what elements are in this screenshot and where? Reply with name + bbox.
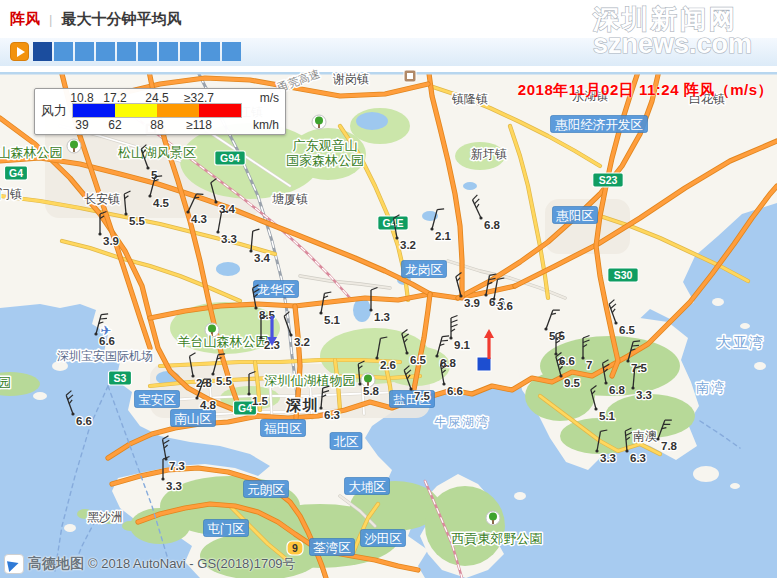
station-dot xyxy=(259,336,262,339)
frame-square-7[interactable] xyxy=(159,42,178,61)
wind-value: 1.5 xyxy=(252,395,269,407)
island xyxy=(693,466,719,482)
frame-square-1[interactable] xyxy=(33,42,52,61)
legend-segment-4 xyxy=(199,104,241,117)
station-dot xyxy=(449,336,452,339)
legend-kmh-row: 396288≥118km/h xyxy=(73,118,279,130)
station-dot xyxy=(214,200,217,203)
wind-map[interactable]: 山森林公园松山湖风景区广东观音山国家森林公园羊台山森林公园深圳仙湖植物园西貢東郊… xyxy=(0,66,777,578)
animation-player xyxy=(0,38,777,67)
wind-value: 6.6 xyxy=(447,385,463,397)
park-label: 山森林公园 xyxy=(0,145,63,160)
road-shield: G4 xyxy=(5,166,28,180)
station-dot xyxy=(559,374,562,377)
station-dot xyxy=(247,392,250,395)
ferry-road xyxy=(700,421,740,448)
frame-square-2[interactable] xyxy=(54,42,73,61)
tree-icon-trunk xyxy=(492,520,494,524)
weather-wind-map-app: 阵风 | 最大十分钟平均风 深圳新闻网 sznews.com 山森林公园松山湖风… xyxy=(0,0,777,578)
frame-square-3[interactable] xyxy=(75,42,94,61)
legend-ms-row: 10.817.224.5≥32.7m/s xyxy=(73,91,279,103)
barb-tick xyxy=(65,391,72,396)
frame-square-6[interactable] xyxy=(138,42,157,61)
legend-kmh-value: 88 xyxy=(150,118,163,132)
station-dot xyxy=(581,356,584,359)
town-label: 谢岗镇 xyxy=(333,72,369,86)
district-badge-text: 宝安区 xyxy=(138,393,176,407)
district-badge: 宝安区 xyxy=(135,391,180,408)
station-dot xyxy=(319,406,322,409)
island xyxy=(33,392,47,400)
station-dot xyxy=(395,236,398,239)
station-dot xyxy=(604,381,607,384)
station-dot xyxy=(124,212,127,215)
island xyxy=(64,524,76,532)
frame-square-4[interactable] xyxy=(96,42,115,61)
wind-value: 7.8 xyxy=(661,440,678,452)
station-dot xyxy=(614,321,617,324)
wind-value: 6.3 xyxy=(324,409,340,421)
district-badge-text: 惠阳区 xyxy=(555,209,594,223)
wind-value: 9.5 xyxy=(564,377,581,389)
legend-color-bar xyxy=(73,104,241,117)
island xyxy=(514,492,526,500)
wind-value: 4.5 xyxy=(153,197,170,209)
station-dot xyxy=(405,351,408,354)
legend-kmh-value: 62 xyxy=(108,118,121,132)
amap-brand: 高德地图 xyxy=(28,555,84,573)
wind-value: 2.6 xyxy=(380,359,396,371)
water-label: 牛屎湖湾 xyxy=(434,415,490,429)
wind-barb-station: 7.3 xyxy=(162,436,185,472)
road-shield: G94 xyxy=(215,151,246,165)
wind-barb xyxy=(162,436,172,459)
wind-value: 6.5 xyxy=(619,324,636,336)
shield-text: S23 xyxy=(599,174,618,186)
wind-value: 5.1 xyxy=(599,410,616,422)
station-dot xyxy=(98,232,101,235)
district-badge: 元朗区 xyxy=(244,481,289,498)
wind-value: 6.6 xyxy=(76,415,92,427)
wind-value: 6.6 xyxy=(559,355,575,367)
park-tree-icon xyxy=(67,139,81,153)
legend-ms-value: 17.2 xyxy=(103,91,126,105)
station-dot xyxy=(358,382,361,385)
legend-segment-3 xyxy=(157,104,199,117)
shield-text: G4 xyxy=(9,167,23,179)
legend-segment-2 xyxy=(115,104,157,117)
station-dot xyxy=(146,166,149,169)
wind-value: 7.5 xyxy=(414,390,431,402)
district-badge: 福田区 xyxy=(261,420,306,437)
frame-square-8[interactable] xyxy=(180,42,199,61)
station-dot xyxy=(656,437,659,440)
tree-icon-canopy xyxy=(315,117,323,125)
wind-value: 3.4 xyxy=(254,252,271,264)
frame-square-5[interactable] xyxy=(117,42,136,61)
wind-value: 3.3 xyxy=(221,233,237,245)
station-dot xyxy=(544,327,547,330)
park-label: 羊台山森林公园 xyxy=(178,334,269,349)
island xyxy=(730,483,740,489)
poi-icon xyxy=(404,70,416,82)
frame-square-9[interactable] xyxy=(201,42,220,61)
header-divider: | xyxy=(49,12,52,27)
road-shield: S23 xyxy=(593,173,624,187)
district-badge-text: 沙田区 xyxy=(364,532,402,546)
wind-value: 6.6 xyxy=(99,335,115,347)
road-shield: 9 xyxy=(287,541,303,555)
frame-square-10[interactable] xyxy=(222,42,241,61)
road-shield: G4E xyxy=(378,216,409,230)
district-badge-text: 惠阳经济开发区 xyxy=(554,118,643,132)
tree-icon-canopy xyxy=(489,513,497,521)
water-label: 大亚湾 xyxy=(717,334,765,350)
station-dot xyxy=(484,293,487,296)
shield-text: G94 xyxy=(220,152,240,164)
poi-icon-glyph xyxy=(407,73,413,79)
play-button[interactable] xyxy=(10,42,29,61)
station-dot xyxy=(319,311,322,314)
road-shield: S3 xyxy=(109,371,132,385)
island xyxy=(754,362,766,370)
wind-value: 3.9 xyxy=(103,235,119,247)
town-label: 镇隆镇 xyxy=(451,92,488,106)
city-label: 深圳 xyxy=(285,396,320,413)
map-top-separator xyxy=(0,72,777,75)
